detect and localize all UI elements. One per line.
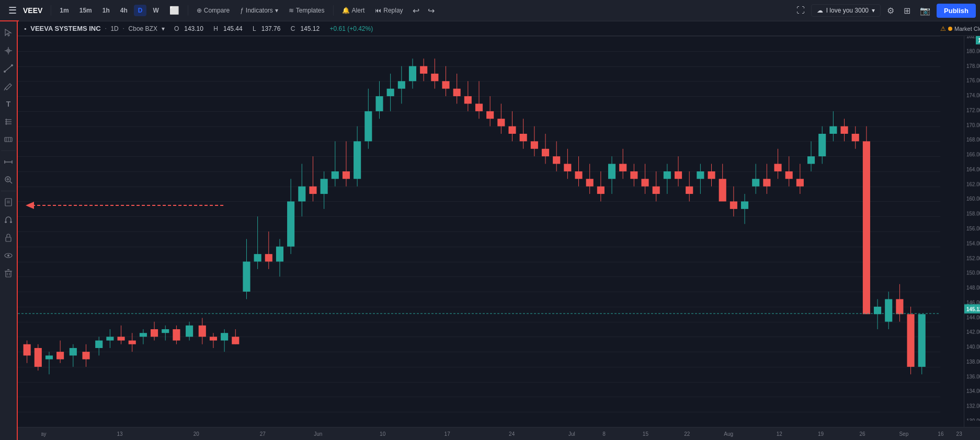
bar-style-button[interactable]: ⬜ bbox=[165, 4, 184, 17]
timeframe-4h[interactable]: 4h bbox=[116, 5, 132, 16]
chevron-down-icon: ▾ bbox=[275, 7, 278, 14]
left-toolbar: T bbox=[0, 21, 18, 440]
change-value: +0.61 (+0.42%) bbox=[329, 25, 373, 32]
chevron-down-icon: ▾ bbox=[872, 7, 875, 14]
cloud-message[interactable]: ☁ I love you 3000 ▾ bbox=[811, 4, 881, 17]
trash-tool[interactable] bbox=[0, 265, 17, 282]
toolbar-separator bbox=[1, 191, 16, 191]
date-scale-canvas bbox=[41, 427, 980, 441]
lock-tool[interactable] bbox=[0, 229, 17, 246]
timeframe-W[interactable]: W bbox=[149, 5, 163, 16]
templates-icon: ≋ bbox=[289, 7, 294, 14]
publish-button[interactable]: Publish bbox=[937, 4, 976, 18]
current-price-tag: 145.12 bbox=[976, 36, 980, 44]
close-value: 145.12 bbox=[300, 25, 320, 32]
zoom-tool[interactable] bbox=[0, 171, 17, 188]
market-status-dot bbox=[948, 27, 952, 31]
date-scale bbox=[18, 427, 980, 440]
topbar: ☰ VEEV 1m 15m 1h 4h D W ⬜ ⊕ Compare ƒ In… bbox=[0, 0, 980, 21]
svg-line-6 bbox=[4, 88, 5, 90]
exchange-separator: · bbox=[123, 26, 124, 31]
exchange-logo: ▪ bbox=[24, 25, 26, 32]
alert-icon: 🔔 bbox=[342, 7, 350, 14]
open-label: O bbox=[174, 25, 179, 32]
price-scale: 145.12 bbox=[964, 36, 980, 427]
magnet-tool[interactable] bbox=[0, 212, 17, 228]
close-label: C bbox=[291, 25, 295, 32]
menu-button[interactable]: ☰ bbox=[4, 2, 21, 19]
compare-icon: ⊕ bbox=[197, 7, 202, 14]
exchange-label: Cboe BZX bbox=[129, 25, 157, 32]
text-tool[interactable]: T bbox=[0, 96, 17, 112]
svg-point-4 bbox=[4, 71, 6, 73]
topbar-right: ⛶ ☁ I love you 3000 ▾ ⚙ ⊞ 📷 Publish bbox=[793, 4, 976, 18]
price-scale-canvas bbox=[964, 36, 980, 421]
ohlc-values: O143.10 H145.44 L137.76 C145.12 +0.61 (+… bbox=[174, 25, 377, 32]
svg-rect-27 bbox=[6, 237, 11, 241]
cursor-tool[interactable] bbox=[0, 25, 17, 41]
chart-with-scale: 145.12 bbox=[18, 36, 980, 427]
compare-button[interactable]: ⊕ Compare bbox=[192, 5, 234, 16]
fibonacci-tool[interactable] bbox=[0, 113, 17, 130]
undo-button[interactable]: ↩ bbox=[409, 4, 423, 18]
chart-canvas[interactable] bbox=[18, 36, 964, 427]
crosshair-tool[interactable] bbox=[0, 42, 17, 59]
templates-button[interactable]: ≋ Templates bbox=[284, 5, 329, 16]
high-label: H bbox=[213, 25, 218, 32]
svg-line-19 bbox=[10, 181, 12, 183]
timeframe-D[interactable]: D bbox=[134, 5, 147, 16]
indicators-button[interactable]: ƒ Indicators ▾ bbox=[236, 5, 282, 16]
ticker-symbol: VEEV bbox=[23, 6, 42, 15]
timeframe-15m[interactable]: 15m bbox=[75, 5, 96, 16]
pencil-tool[interactable] bbox=[0, 78, 17, 95]
market-status-label: Market Closed bbox=[954, 26, 980, 32]
dropdown-icon[interactable]: ▾ bbox=[162, 25, 165, 32]
separator bbox=[188, 5, 188, 16]
fullscreen-button[interactable]: ⛶ bbox=[793, 4, 808, 17]
open-value: 143.10 bbox=[184, 25, 203, 32]
period-separator: · bbox=[105, 26, 107, 31]
snapshot-button[interactable]: 📷 bbox=[917, 4, 933, 18]
chart-area: ▪ VEEVA SYSTEMS INC · 1D · Cboe BZX ▾ O1… bbox=[18, 21, 980, 440]
separator bbox=[51, 5, 51, 16]
svg-rect-30 bbox=[6, 271, 11, 277]
redo-button[interactable]: ↪ bbox=[425, 4, 438, 18]
timeframe-1m[interactable]: 1m bbox=[55, 5, 73, 16]
settings-button[interactable]: ⚙ bbox=[884, 4, 897, 18]
candlestick-chart[interactable] bbox=[18, 36, 940, 427]
symbol-name: VEEVA SYSTEMS INC bbox=[30, 25, 100, 32]
main-layout: T bbox=[0, 21, 980, 440]
svg-point-29 bbox=[7, 254, 9, 257]
timeframe-1h[interactable]: 1h bbox=[98, 5, 114, 16]
svg-line-3 bbox=[5, 65, 12, 72]
svg-point-5 bbox=[11, 64, 13, 66]
cloud-icon: ☁ bbox=[817, 7, 823, 14]
alert-button[interactable]: 🔔 Alert bbox=[338, 5, 369, 16]
period-label: 1D bbox=[110, 25, 118, 32]
bookmark-tool[interactable] bbox=[0, 194, 17, 211]
ruler-tool[interactable] bbox=[0, 154, 17, 170]
market-status: ⚠ Market Closed bbox=[940, 25, 980, 32]
replay-icon: ⏮ bbox=[375, 7, 381, 14]
low-label: L bbox=[253, 25, 256, 32]
indicators-icon: ƒ bbox=[240, 7, 244, 14]
measure-tool[interactable] bbox=[0, 131, 17, 148]
draw-line-tool[interactable] bbox=[0, 60, 17, 77]
svg-rect-22 bbox=[5, 199, 12, 206]
toolbar-separator bbox=[1, 150, 16, 151]
high-value: 145.44 bbox=[223, 25, 243, 32]
symbol-bar: ▪ VEEVA SYSTEMS INC · 1D · Cboe BZX ▾ O1… bbox=[18, 21, 980, 36]
low-value: 137.76 bbox=[261, 25, 281, 32]
warning-icon: ⚠ bbox=[940, 25, 946, 32]
separator bbox=[333, 5, 334, 16]
replay-button[interactable]: ⏮ Replay bbox=[371, 5, 407, 16]
visibility-tool[interactable] bbox=[0, 247, 17, 264]
layout-button[interactable]: ⊞ bbox=[901, 4, 914, 18]
